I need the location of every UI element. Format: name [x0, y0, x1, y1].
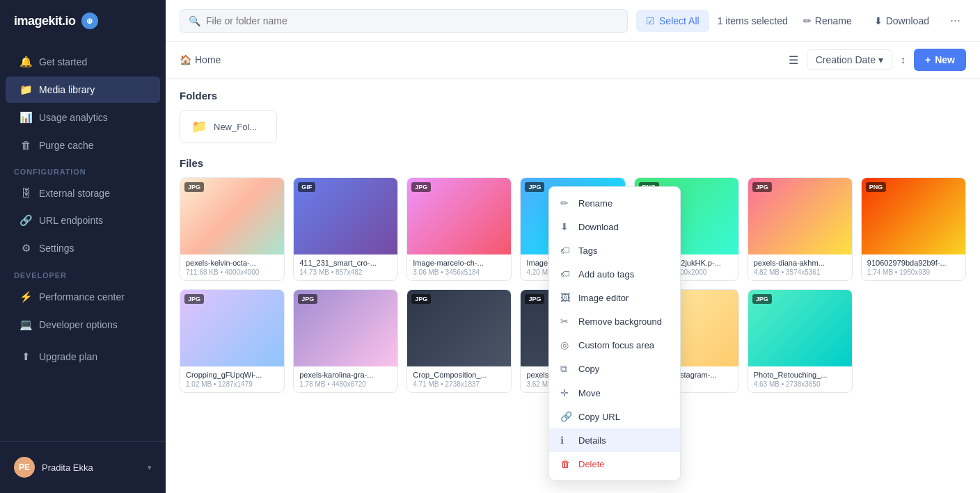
breadcrumb-home[interactable]: 🏠 Home	[180, 54, 221, 65]
file-card[interactable]: JPG pexels-kelvin-octa-... 711.68 KB • 4…	[180, 177, 285, 281]
sidebar-item-external-storage[interactable]: 🗄 External storage	[6, 180, 160, 206]
copy-url-icon: 🔗	[560, 411, 571, 422]
search-input[interactable]	[206, 15, 619, 26]
link-icon: 🔗	[19, 214, 32, 227]
trash-icon: 🗑	[19, 139, 32, 151]
download-icon: ⬇	[560, 221, 571, 232]
sidebar-item-media-library[interactable]: 📁 Media library	[6, 76, 160, 103]
context-menu-label: Remove background	[578, 316, 662, 327]
select-all-button[interactable]: ☑ Select All	[636, 10, 709, 32]
home-icon: 🏠	[180, 54, 191, 65]
file-info: 411_231_smart_cro-... 14.73 MB • 857x482	[294, 254, 397, 280]
context-menu-label: Custom focus area	[578, 340, 654, 350]
file-type-badge: PNG	[866, 182, 887, 192]
storage-icon: 🗄	[19, 187, 32, 199]
file-info: Image-marcelo-ch-... 3.06 MB • 3456x5184	[407, 254, 511, 280]
view-controls: ☰ Creation Date ▾ ↕ + New	[786, 49, 966, 71]
file-name: Photo_Retouching_...	[754, 371, 846, 379]
rename-button[interactable]: ✏ Rename	[796, 11, 859, 31]
context-menu-label: Download	[578, 222, 619, 232]
sidebar-nav: 🔔 Get started 📁 Media library 📊 Usage an…	[0, 42, 166, 441]
context-menu-label: Rename	[578, 198, 612, 209]
file-meta: 711.68 KB • 4000x4000	[186, 268, 278, 276]
context-menu-item-copy[interactable]: ⧉ Copy	[549, 357, 680, 381]
context-menu-label: Copy URL	[578, 412, 620, 422]
context-menu-item-rename[interactable]: ✏ Rename	[549, 191, 680, 215]
download-icon: ⬇	[874, 15, 883, 26]
file-card[interactable]: JPG Image-marcelo-ch-... 3.06 MB • 3456x…	[406, 177, 512, 281]
sidebar-item-developer-options[interactable]: 💻 Developer options	[6, 312, 160, 338]
file-type-badge: JPG	[411, 294, 431, 304]
folder-card[interactable]: 📁 New_Fol...	[180, 110, 277, 143]
sidebar-item-url-endpoints[interactable]: 🔗 URL endpoints	[6, 207, 160, 234]
file-card[interactable]: GIF 411_231_smart_cro-... 14.73 MB • 857…	[293, 177, 398, 281]
sidebar-footer: PE Pradita Ekka ▾	[0, 441, 166, 493]
folders-grid: 📁 New_Fol...	[180, 110, 966, 143]
rename-icon: ✏	[803, 15, 812, 26]
breadcrumb: 🏠 Home	[180, 54, 221, 65]
new-button[interactable]: + New	[914, 49, 966, 71]
file-type-badge: JPG	[525, 182, 544, 192]
file-type-badge: JPG	[525, 294, 544, 304]
file-card[interactable]: PNG 910602979bda92b9f-... 1.74 MB • 1950…	[861, 177, 966, 281]
file-type-badge: JPG	[752, 182, 772, 192]
file-name: 411_231_smart_cro-...	[299, 259, 392, 267]
file-meta: 3.06 MB • 3456x5184	[413, 268, 505, 276]
file-meta: 4.82 MB • 3574x5361	[754, 268, 846, 276]
context-menu-item-delete[interactable]: 🗑 Delete	[549, 452, 680, 476]
upgrade-icon: ⬆	[19, 350, 32, 363]
file-card[interactable]: JPG pexels-diana-akhm... 4.82 MB • 3574x…	[748, 177, 853, 281]
more-options-button[interactable]: ···	[945, 10, 966, 31]
sidebar-item-label: Developer options	[39, 319, 118, 330]
sort-dropdown[interactable]: Creation Date ▾	[807, 49, 892, 70]
file-name: pexels-kelvin-octa-...	[186, 259, 278, 267]
sidebar-item-settings[interactable]: ⚙ Settings	[6, 235, 160, 261]
file-meta: 4.71 MB • 2738x1837	[413, 380, 505, 388]
context-menu-item-copy-url[interactable]: 🔗 Copy URL	[549, 405, 680, 428]
sort-order-button[interactable]: ↕	[898, 51, 908, 68]
sidebar: imagekit.io ⊕ 🔔 Get started 📁 Media libr…	[0, 0, 166, 493]
file-card[interactable]: JPG pexels-karolina-gra-... 1.78 MB • 44…	[293, 289, 398, 393]
context-menu-item-move[interactable]: ✛ Move	[549, 381, 680, 405]
user-name: Pradita Ekka	[42, 462, 141, 473]
sidebar-item-get-started[interactable]: 🔔 Get started	[6, 49, 160, 75]
context-menu-item-image-editor[interactable]: 🖼 Image editor	[549, 286, 680, 309]
file-name: pexels-diana-akhm...	[754, 259, 846, 267]
context-menu-item-custom-focus-area[interactable]: ◎ Custom focus area	[549, 333, 680, 357]
file-info: pexels-karolina-gra-... 1.78 MB • 4480x6…	[294, 366, 397, 392]
code-icon: 💻	[19, 318, 32, 331]
context-menu-item-download[interactable]: ⬇ Download	[549, 215, 680, 239]
file-card[interactable]: JPG Crop_Composition_... 4.71 MB • 2738x…	[406, 289, 512, 393]
file-meta: 1.02 MB • 1287x1479	[186, 380, 278, 388]
sidebar-item-upgrade-plan[interactable]: ⬆ Upgrade plan	[6, 344, 160, 370]
file-card[interactable]: JPG Cropping_gFUpqWi-... 1.02 MB • 1287x…	[180, 289, 285, 393]
context-menu-item-remove-background[interactable]: ✂ Remove background	[549, 309, 680, 333]
main-content: 🔍 ☑ Select All 1 items selected ✏ Rename…	[166, 0, 980, 493]
user-row[interactable]: PE Pradita Ekka ▾	[6, 450, 160, 485]
folder-icon: 📁	[19, 83, 32, 96]
file-info: pexels-diana-akhm... 4.82 MB • 3574x5361	[748, 254, 852, 280]
context-menu-item-tags[interactable]: 🏷 Tags	[549, 239, 680, 262]
file-meta: 1.74 MB • 1950x939	[867, 268, 960, 276]
move-icon: ✛	[560, 387, 571, 398]
select-all-icon: ☑	[646, 15, 655, 26]
context-menu-item-details[interactable]: ℹ Details	[549, 428, 680, 452]
topbar: 🔍 ☑ Select All 1 items selected ✏ Rename…	[166, 0, 980, 42]
file-info: Photo_Retouching_... 4.63 MB • 2738x3650	[748, 366, 852, 392]
file-info: Cropping_gFUpqWi-... 1.02 MB • 1287x1479	[180, 366, 284, 392]
list-view-button[interactable]: ☰	[786, 51, 801, 70]
file-thumbnail: JPG	[748, 290, 852, 366]
context-menu-item-add-auto-tags[interactable]: 🏷 Add auto tags	[549, 262, 680, 286]
logo-badge: ⊕	[81, 13, 98, 29]
sidebar-item-performance-center[interactable]: ⚡ Performance center	[6, 284, 160, 310]
download-button[interactable]: ⬇ Download	[867, 11, 936, 31]
context-menu-label: Details	[578, 435, 606, 446]
file-card[interactable]: JPG Photo_Retouching_... 4.63 MB • 2738x…	[748, 289, 853, 393]
logo: imagekit.io ⊕	[0, 0, 166, 42]
sidebar-item-purge-cache[interactable]: 🗑 Purge cache	[6, 132, 160, 158]
logo-text: imagekit.io	[14, 14, 76, 29]
sidebar-item-label: Usage analytics	[39, 112, 108, 123]
sidebar-item-usage-analytics[interactable]: 📊 Usage analytics	[6, 104, 160, 131]
sidebar-item-label: Settings	[39, 243, 74, 254]
file-info: Crop_Composition_... 4.71 MB • 2738x1837	[407, 366, 511, 392]
